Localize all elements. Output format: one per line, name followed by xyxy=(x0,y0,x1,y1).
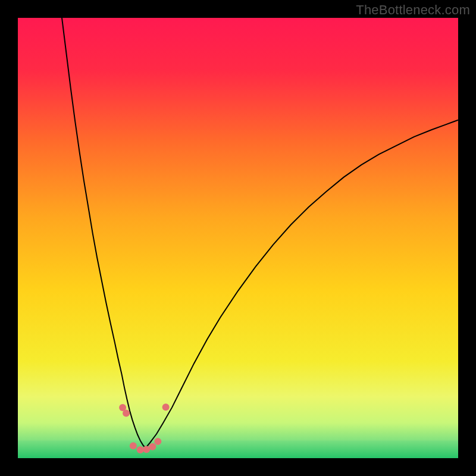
trough-marker xyxy=(130,442,137,449)
trough-marker xyxy=(162,403,170,411)
chart-plot xyxy=(18,18,458,458)
green-band xyxy=(18,440,458,458)
gradient-background xyxy=(18,18,458,458)
trough-marker xyxy=(123,410,130,417)
watermark-text: TheBottleneck.com xyxy=(356,2,470,18)
trough-marker xyxy=(143,446,150,453)
trough-marker xyxy=(154,438,161,445)
trough-marker xyxy=(137,446,144,453)
trough-marker xyxy=(149,443,156,450)
